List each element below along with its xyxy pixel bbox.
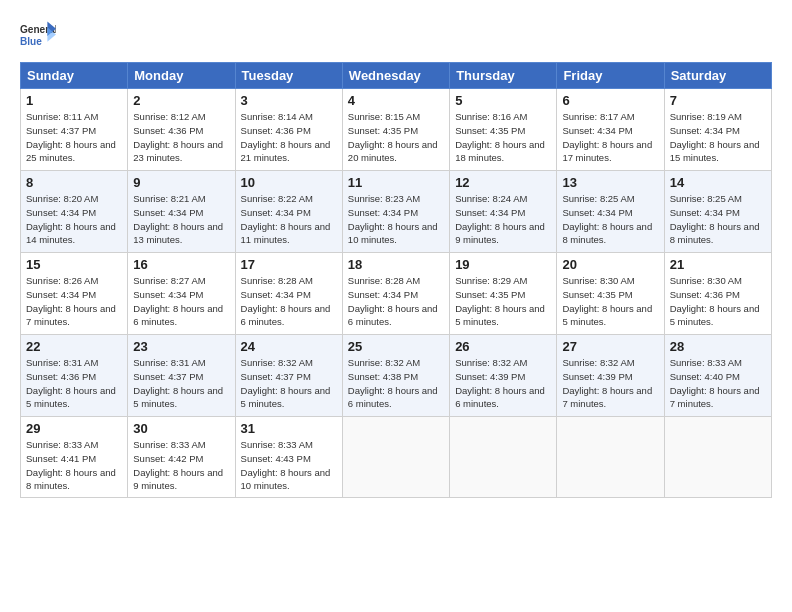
day-number: 11: [348, 175, 444, 190]
day-info: Sunrise: 8:27 AMSunset: 4:34 PMDaylight:…: [133, 274, 229, 329]
day-info: Sunrise: 8:32 AMSunset: 4:37 PMDaylight:…: [241, 356, 337, 411]
calendar-cell: [342, 417, 449, 498]
day-info: Sunrise: 8:29 AMSunset: 4:35 PMDaylight:…: [455, 274, 551, 329]
calendar-cell: 24Sunrise: 8:32 AMSunset: 4:37 PMDayligh…: [235, 335, 342, 417]
day-number: 1: [26, 93, 122, 108]
day-number: 30: [133, 421, 229, 436]
calendar-week-row: 22Sunrise: 8:31 AMSunset: 4:36 PMDayligh…: [21, 335, 772, 417]
svg-text:Blue: Blue: [20, 36, 42, 47]
day-info: Sunrise: 8:32 AMSunset: 4:39 PMDaylight:…: [455, 356, 551, 411]
calendar-cell: 18Sunrise: 8:28 AMSunset: 4:34 PMDayligh…: [342, 253, 449, 335]
day-number: 14: [670, 175, 766, 190]
col-header-saturday: Saturday: [664, 63, 771, 89]
day-info: Sunrise: 8:20 AMSunset: 4:34 PMDaylight:…: [26, 192, 122, 247]
calendar-cell: 7Sunrise: 8:19 AMSunset: 4:34 PMDaylight…: [664, 89, 771, 171]
day-info: Sunrise: 8:11 AMSunset: 4:37 PMDaylight:…: [26, 110, 122, 165]
day-info: Sunrise: 8:25 AMSunset: 4:34 PMDaylight:…: [562, 192, 658, 247]
calendar-cell: 20Sunrise: 8:30 AMSunset: 4:35 PMDayligh…: [557, 253, 664, 335]
calendar-week-row: 15Sunrise: 8:26 AMSunset: 4:34 PMDayligh…: [21, 253, 772, 335]
day-info: Sunrise: 8:24 AMSunset: 4:34 PMDaylight:…: [455, 192, 551, 247]
calendar-cell: 17Sunrise: 8:28 AMSunset: 4:34 PMDayligh…: [235, 253, 342, 335]
day-info: Sunrise: 8:22 AMSunset: 4:34 PMDaylight:…: [241, 192, 337, 247]
day-info: Sunrise: 8:33 AMSunset: 4:40 PMDaylight:…: [670, 356, 766, 411]
calendar-cell: 5Sunrise: 8:16 AMSunset: 4:35 PMDaylight…: [450, 89, 557, 171]
day-info: Sunrise: 8:23 AMSunset: 4:34 PMDaylight:…: [348, 192, 444, 247]
day-number: 26: [455, 339, 551, 354]
day-info: Sunrise: 8:30 AMSunset: 4:36 PMDaylight:…: [670, 274, 766, 329]
calendar-week-row: 8Sunrise: 8:20 AMSunset: 4:34 PMDaylight…: [21, 171, 772, 253]
calendar-cell: 13Sunrise: 8:25 AMSunset: 4:34 PMDayligh…: [557, 171, 664, 253]
day-number: 9: [133, 175, 229, 190]
day-number: 22: [26, 339, 122, 354]
day-number: 7: [670, 93, 766, 108]
day-number: 21: [670, 257, 766, 272]
calendar-cell: [557, 417, 664, 498]
page: GeneralBlue SundayMondayTuesdayWednesday…: [0, 0, 792, 612]
day-number: 2: [133, 93, 229, 108]
calendar-cell: 1Sunrise: 8:11 AMSunset: 4:37 PMDaylight…: [21, 89, 128, 171]
calendar-week-row: 1Sunrise: 8:11 AMSunset: 4:37 PMDaylight…: [21, 89, 772, 171]
calendar-cell: 10Sunrise: 8:22 AMSunset: 4:34 PMDayligh…: [235, 171, 342, 253]
day-number: 12: [455, 175, 551, 190]
calendar-week-row: 29Sunrise: 8:33 AMSunset: 4:41 PMDayligh…: [21, 417, 772, 498]
calendar-header-row: SundayMondayTuesdayWednesdayThursdayFrid…: [21, 63, 772, 89]
day-info: Sunrise: 8:28 AMSunset: 4:34 PMDaylight:…: [241, 274, 337, 329]
col-header-monday: Monday: [128, 63, 235, 89]
day-info: Sunrise: 8:14 AMSunset: 4:36 PMDaylight:…: [241, 110, 337, 165]
day-number: 10: [241, 175, 337, 190]
col-header-friday: Friday: [557, 63, 664, 89]
logo: GeneralBlue: [20, 18, 60, 54]
calendar-cell: 2Sunrise: 8:12 AMSunset: 4:36 PMDaylight…: [128, 89, 235, 171]
day-info: Sunrise: 8:33 AMSunset: 4:43 PMDaylight:…: [241, 438, 337, 493]
calendar-cell: 30Sunrise: 8:33 AMSunset: 4:42 PMDayligh…: [128, 417, 235, 498]
day-number: 23: [133, 339, 229, 354]
day-number: 18: [348, 257, 444, 272]
day-info: Sunrise: 8:15 AMSunset: 4:35 PMDaylight:…: [348, 110, 444, 165]
day-info: Sunrise: 8:16 AMSunset: 4:35 PMDaylight:…: [455, 110, 551, 165]
calendar-cell: 3Sunrise: 8:14 AMSunset: 4:36 PMDaylight…: [235, 89, 342, 171]
calendar-cell: 27Sunrise: 8:32 AMSunset: 4:39 PMDayligh…: [557, 335, 664, 417]
day-number: 13: [562, 175, 658, 190]
calendar-cell: 15Sunrise: 8:26 AMSunset: 4:34 PMDayligh…: [21, 253, 128, 335]
day-number: 19: [455, 257, 551, 272]
day-number: 20: [562, 257, 658, 272]
day-info: Sunrise: 8:21 AMSunset: 4:34 PMDaylight:…: [133, 192, 229, 247]
calendar-cell: 19Sunrise: 8:29 AMSunset: 4:35 PMDayligh…: [450, 253, 557, 335]
day-info: Sunrise: 8:17 AMSunset: 4:34 PMDaylight:…: [562, 110, 658, 165]
day-number: 3: [241, 93, 337, 108]
day-number: 8: [26, 175, 122, 190]
day-number: 29: [26, 421, 122, 436]
day-info: Sunrise: 8:12 AMSunset: 4:36 PMDaylight:…: [133, 110, 229, 165]
col-header-thursday: Thursday: [450, 63, 557, 89]
calendar-table: SundayMondayTuesdayWednesdayThursdayFrid…: [20, 62, 772, 498]
day-number: 15: [26, 257, 122, 272]
day-info: Sunrise: 8:19 AMSunset: 4:34 PMDaylight:…: [670, 110, 766, 165]
header: GeneralBlue: [20, 18, 772, 54]
day-info: Sunrise: 8:33 AMSunset: 4:41 PMDaylight:…: [26, 438, 122, 493]
day-number: 24: [241, 339, 337, 354]
calendar-cell: 12Sunrise: 8:24 AMSunset: 4:34 PMDayligh…: [450, 171, 557, 253]
day-number: 4: [348, 93, 444, 108]
calendar-cell: 14Sunrise: 8:25 AMSunset: 4:34 PMDayligh…: [664, 171, 771, 253]
calendar-cell: 6Sunrise: 8:17 AMSunset: 4:34 PMDaylight…: [557, 89, 664, 171]
calendar-cell: 28Sunrise: 8:33 AMSunset: 4:40 PMDayligh…: [664, 335, 771, 417]
day-info: Sunrise: 8:26 AMSunset: 4:34 PMDaylight:…: [26, 274, 122, 329]
day-info: Sunrise: 8:32 AMSunset: 4:39 PMDaylight:…: [562, 356, 658, 411]
day-number: 5: [455, 93, 551, 108]
day-number: 17: [241, 257, 337, 272]
day-number: 6: [562, 93, 658, 108]
calendar-cell: 31Sunrise: 8:33 AMSunset: 4:43 PMDayligh…: [235, 417, 342, 498]
calendar-cell: 9Sunrise: 8:21 AMSunset: 4:34 PMDaylight…: [128, 171, 235, 253]
day-info: Sunrise: 8:28 AMSunset: 4:34 PMDaylight:…: [348, 274, 444, 329]
calendar-cell: 21Sunrise: 8:30 AMSunset: 4:36 PMDayligh…: [664, 253, 771, 335]
day-number: 31: [241, 421, 337, 436]
day-info: Sunrise: 8:31 AMSunset: 4:36 PMDaylight:…: [26, 356, 122, 411]
day-info: Sunrise: 8:31 AMSunset: 4:37 PMDaylight:…: [133, 356, 229, 411]
calendar-cell: 4Sunrise: 8:15 AMSunset: 4:35 PMDaylight…: [342, 89, 449, 171]
calendar-cell: 29Sunrise: 8:33 AMSunset: 4:41 PMDayligh…: [21, 417, 128, 498]
col-header-wednesday: Wednesday: [342, 63, 449, 89]
day-number: 27: [562, 339, 658, 354]
day-number: 16: [133, 257, 229, 272]
day-info: Sunrise: 8:33 AMSunset: 4:42 PMDaylight:…: [133, 438, 229, 493]
day-info: Sunrise: 8:25 AMSunset: 4:34 PMDaylight:…: [670, 192, 766, 247]
